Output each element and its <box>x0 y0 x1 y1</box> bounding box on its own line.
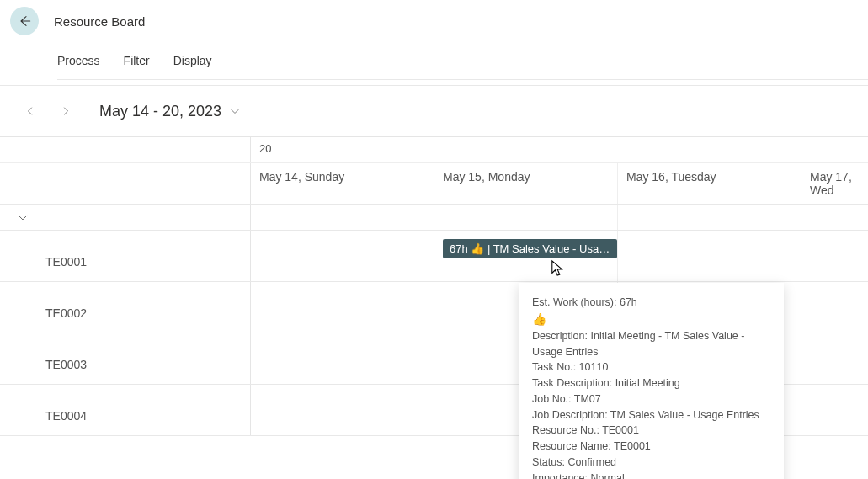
day-header-row: May 14, Sunday May 15, Monday May 16, Tu… <box>0 163 868 205</box>
day-header-sunday: May 14, Sunday <box>251 163 434 204</box>
day-header-monday: May 15, Monday <box>434 163 618 204</box>
chevron-down-icon <box>230 106 240 116</box>
tooltip-task-description: Task Description: Initial Meeting <box>532 375 770 391</box>
toolbar: Process Filter Display <box>57 54 868 80</box>
cell-monday[interactable]: 67h 👍 | TM Sales Value - Usage... <box>434 231 618 281</box>
resource-label: TE0002 <box>0 282 251 333</box>
chevron-right-icon <box>61 106 71 116</box>
page-title: Resource Board <box>54 14 145 29</box>
task-tooltip: Est. Work (hours): 67h 👍 Description: In… <box>519 283 784 479</box>
toolbar-display[interactable]: Display <box>173 54 212 67</box>
chevron-left-icon <box>25 106 35 116</box>
cell-wednesday[interactable] <box>801 231 868 281</box>
tooltip-task-no: Task No.: 10110 <box>532 359 770 375</box>
resource-label: TE0003 <box>0 333 251 384</box>
expand-toggle[interactable] <box>0 205 251 230</box>
day-header-tuesday: May 16, Tuesday <box>618 163 801 204</box>
chevron-down-icon <box>17 211 29 223</box>
tooltip-resource-no: Resource No.: TE0001 <box>532 423 770 439</box>
next-week-button[interactable] <box>56 101 76 121</box>
tooltip-job-description: Job Description: TM Sales Value - Usage … <box>532 407 770 423</box>
thumbs-up-icon: 👍 <box>532 311 770 328</box>
task-bar[interactable]: 67h 👍 | TM Sales Value - Usage... <box>443 239 617 258</box>
day-header-wednesday: May 17, Wed <box>801 163 868 204</box>
tooltip-importance: Importance: Normal <box>532 471 770 480</box>
toolbar-filter[interactable]: Filter <box>124 54 150 67</box>
back-button[interactable] <box>10 7 39 35</box>
tooltip-status: Status: Confirmed <box>532 455 770 471</box>
cell-sunday[interactable] <box>251 231 434 281</box>
week-header-row: 20 <box>0 137 868 163</box>
toolbar-process[interactable]: Process <box>57 54 100 67</box>
tooltip-resource-name: Resource Name: TE0001 <box>532 439 770 455</box>
week-number: 20 <box>251 137 434 162</box>
tooltip-job-no: Job No.: TM07 <box>532 391 770 407</box>
date-range-picker[interactable]: May 14 - 20, 2023 <box>99 103 240 120</box>
tooltip-description: Description: Initial Meeting - TM Sales … <box>532 328 770 360</box>
expand-row <box>0 205 868 231</box>
resource-label: TE0004 <box>0 385 251 435</box>
arrow-left-icon <box>18 14 31 28</box>
prev-week-button[interactable] <box>20 101 40 121</box>
empty-cell <box>0 137 251 162</box>
resource-row-te0001: TE0001 67h 👍 | TM Sales Value - Usage... <box>0 231 868 282</box>
date-range-label: May 14 - 20, 2023 <box>99 103 221 120</box>
empty-cell <box>0 163 251 204</box>
cell-tuesday[interactable] <box>618 231 801 281</box>
resource-label: TE0001 <box>0 231 251 281</box>
tooltip-est-work: Est. Work (hours): 67h <box>532 295 770 311</box>
